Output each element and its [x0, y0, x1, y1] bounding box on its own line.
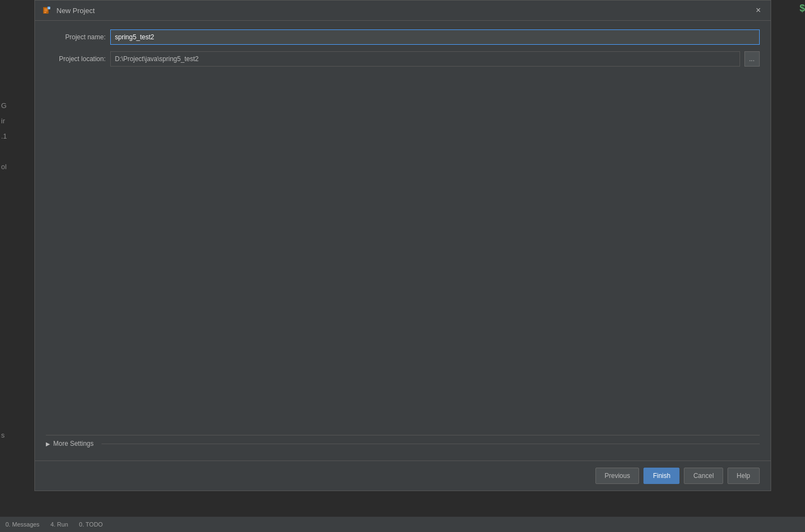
dialog-titlebar: M New Project ×: [35, 1, 771, 21]
finish-button[interactable]: Finish: [643, 468, 679, 484]
svg-text:M: M: [48, 7, 50, 10]
cancel-button[interactable]: Cancel: [684, 468, 723, 484]
svg-rect-2: [44, 10, 47, 11]
dialog-close-button[interactable]: ×: [753, 5, 764, 16]
todo-tab[interactable]: 0. TODO: [79, 521, 103, 528]
project-name-input[interactable]: [110, 29, 760, 45]
partial-line-1: G: [1, 98, 7, 113]
more-settings-row[interactable]: ▶ More Settings: [46, 435, 760, 452]
bottom-bar: 0. Messages 4. Run 0. TODO: [0, 517, 805, 532]
previous-button[interactable]: Previous: [595, 468, 640, 484]
svg-rect-1: [44, 9, 47, 10]
help-button[interactable]: Help: [728, 468, 760, 484]
dialog-title-text: New Project: [57, 7, 749, 15]
partial-line-3: .1: [1, 129, 7, 144]
messages-tab[interactable]: 0. Messages: [5, 521, 39, 528]
left-partial-text: G ir .1 ol: [0, 98, 7, 175]
project-location-input[interactable]: [110, 51, 740, 67]
more-settings-divider: [102, 444, 760, 444]
partial-line-2: ir: [1, 113, 7, 129]
green-dollar-icon: $: [800, 3, 805, 14]
run-tab[interactable]: 4. Run: [50, 521, 68, 528]
more-settings-arrow-icon: ▶: [46, 441, 50, 447]
partial-line-5: ol: [1, 159, 7, 175]
partial-line-4: [1, 144, 7, 159]
browse-button[interactable]: ...: [744, 51, 760, 67]
project-location-label: Project location:: [46, 55, 106, 63]
project-name-label: Project name:: [46, 33, 106, 41]
content-area: [46, 73, 760, 428]
project-location-row: Project location: ...: [46, 51, 760, 67]
dialog-footer: Previous Finish Cancel Help: [35, 461, 771, 491]
new-project-icon: M: [41, 5, 52, 16]
svg-rect-3: [44, 12, 46, 13]
partial-line-s: s: [1, 431, 5, 439]
more-settings-label: More Settings: [53, 440, 94, 447]
new-project-dialog: M New Project × Project name: Project lo…: [34, 0, 771, 491]
project-name-row: Project name:: [46, 29, 760, 45]
dialog-content: Project name: Project location: ... ▶ Mo…: [35, 21, 771, 461]
